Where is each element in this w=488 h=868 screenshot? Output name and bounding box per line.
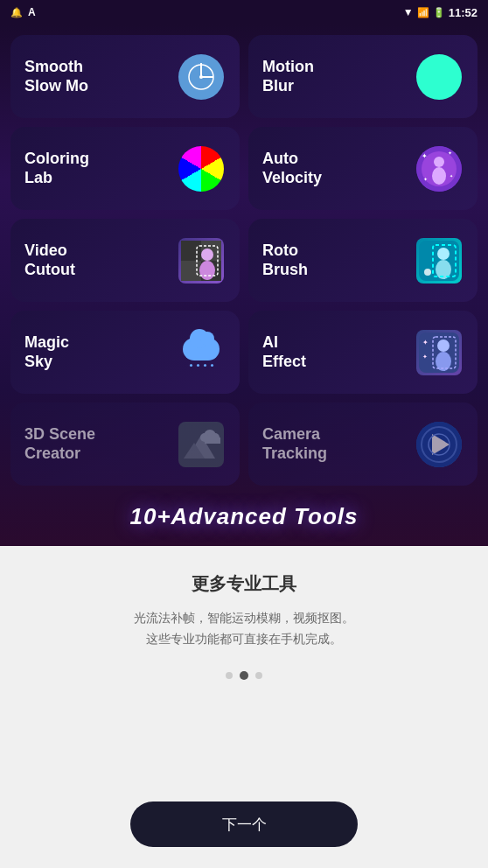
svg-text:✦: ✦ <box>422 354 428 360</box>
auto-velocity-label: Auto Velocity <box>262 150 415 187</box>
svg-rect-38 <box>205 438 220 444</box>
next-button[interactable]: 下一个 <box>130 802 358 847</box>
blur-circle-icon <box>416 54 462 100</box>
color-wheel-icon <box>178 146 224 192</box>
rotobrush-box-icon <box>416 238 462 284</box>
motion-blur-icon <box>415 52 464 102</box>
tool-magic-sky[interactable]: Magic Sky <box>10 311 240 394</box>
motion-blur-label: Motion Blur <box>262 58 415 95</box>
svg-text:✦: ✦ <box>422 152 428 160</box>
ai-box-icon: ✦ ✦ <box>416 330 462 375</box>
video-cutout-icon <box>177 236 226 285</box>
status-bar: 🔔 A ▼ 📶 🔋 11:52 <box>0 0 488 24</box>
svg-text:✦: ✦ <box>448 150 452 156</box>
roto-brush-label: Roto Brush <box>262 242 415 279</box>
svg-point-18 <box>201 248 213 261</box>
dot-1 <box>226 672 233 679</box>
dot-2-active <box>240 671 248 680</box>
advanced-tools-text: 10+Advanced Tools <box>10 503 478 530</box>
svg-point-7 <box>434 157 444 167</box>
svg-text:✦: ✦ <box>450 173 453 178</box>
tool-ai-effect[interactable]: AI Effect ✦ ✦ <box>248 311 478 394</box>
svg-text:✦: ✦ <box>422 339 429 346</box>
clock-icon <box>178 54 224 100</box>
ai-effect-label: AI Effect <box>262 333 415 371</box>
bottom-section: 更多专业工具 光流法补帧，智能运动模糊，视频抠图。这些专业功能都可直接在手机完成… <box>0 546 488 868</box>
svg-rect-14 <box>181 241 201 261</box>
magic-sky-icon <box>177 328 226 377</box>
ai-effect-icon: ✦ ✦ <box>415 328 464 377</box>
coloring-lab-label: Coloring Lab <box>24 150 177 187</box>
tool-smooth-slow-mo[interactable]: Smooth Slow Mo <box>10 35 240 118</box>
tool-auto-velocity[interactable]: Auto Velocity ✦ ✦ ✦ ✦ <box>248 127 478 210</box>
magic-sky-label: Magic Sky <box>24 333 177 371</box>
velocity-circle-icon: ✦ ✦ ✦ ✦ <box>416 146 462 192</box>
status-time: 11:52 <box>449 6 478 19</box>
svg-point-19 <box>199 261 215 280</box>
battery-icon: 🔋 <box>433 7 445 18</box>
bottom-title: 更多专业工具 <box>192 572 296 596</box>
top-section: Smooth Slow Mo Motion Blur <box>0 24 488 546</box>
bottom-description: 光流法补帧，智能运动模糊，视频抠图。这些专业功能都可直接在手机完成。 <box>134 608 354 650</box>
svg-rect-16 <box>181 261 201 281</box>
tool-roto-brush[interactable]: Roto Brush <box>248 219 478 302</box>
status-left-icons: 🔔 A <box>10 6 36 18</box>
smooth-slow-mo-icon <box>177 52 226 102</box>
signal-icon: 📶 <box>417 7 429 18</box>
sky-cloud-icon <box>178 330 224 375</box>
3d-scene-icon <box>177 420 226 469</box>
svg-point-27 <box>437 340 450 352</box>
roto-brush-icon <box>415 236 464 285</box>
svg-point-0 <box>187 63 215 91</box>
tool-3d-scene-creator[interactable]: 3D Scene Creator <box>10 402 240 486</box>
video-cutout-label: Video Cutout <box>24 242 177 279</box>
camera-tracking-icon <box>415 420 464 469</box>
coloring-lab-icon <box>177 144 226 193</box>
auto-velocity-icon: ✦ ✦ ✦ ✦ <box>415 144 464 193</box>
svg-point-4 <box>199 75 203 79</box>
tool-video-cutout[interactable]: Video Cutout <box>10 219 240 302</box>
svg-text:✦: ✦ <box>423 177 428 182</box>
camera-tracking-label: Camera Tracking <box>262 425 415 463</box>
dots-indicator <box>226 671 262 680</box>
svg-point-25 <box>424 269 431 276</box>
tool-camera-tracking[interactable]: Camera Tracking <box>248 402 478 486</box>
dot-3 <box>255 672 262 679</box>
wifi-icon: ▼ <box>403 6 414 18</box>
3d-scene-creator-label: 3D Scene Creator <box>24 425 177 463</box>
cutout-box-icon <box>178 238 224 284</box>
notification-icon: 🔔 <box>10 7 23 18</box>
camera-circle-icon <box>416 422 462 467</box>
tool-motion-blur[interactable]: Motion Blur <box>248 35 478 118</box>
smooth-slow-mo-label: Smooth Slow Mo <box>24 58 177 95</box>
advanced-banner: 10+Advanced Tools <box>10 493 478 546</box>
status-right-icons: ▼ 📶 🔋 11:52 <box>403 6 478 19</box>
tool-coloring-lab[interactable]: Coloring Lab <box>10 127 240 210</box>
svg-point-8 <box>432 167 446 185</box>
tools-grid: Smooth Slow Mo Motion Blur <box>10 35 478 493</box>
bottom-content: 更多专业工具 光流法补帧，智能运动模糊，视频抠图。这些专业功能都可直接在手机完成… <box>134 572 354 680</box>
svg-point-22 <box>437 248 450 260</box>
a-icon: A <box>28 6 36 18</box>
